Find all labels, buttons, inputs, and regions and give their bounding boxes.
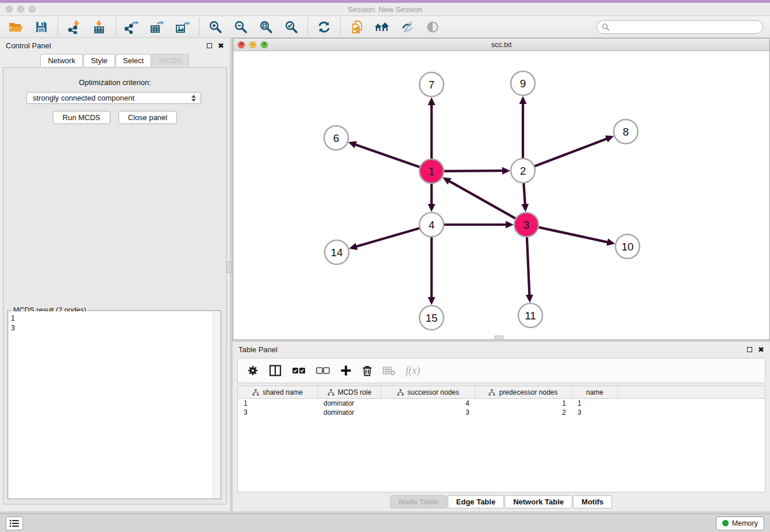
node-table-header: shared name MCDS role successor nodes pr… (238, 386, 765, 399)
result-line: 3 (11, 323, 210, 333)
refresh-layout-icon[interactable] (316, 19, 332, 35)
main-toolbar (0, 16, 770, 38)
export-table-icon[interactable] (149, 19, 165, 35)
network-graph[interactable]: 7968124314101511 (233, 51, 769, 340)
graph-node-label: 14 (330, 246, 343, 259)
column-header[interactable]: successor nodes (382, 386, 475, 398)
task-list-icon (10, 519, 19, 527)
search-field[interactable] (596, 20, 763, 34)
mcds-result-group: MCDS result (2 nodes) 1 3 (7, 310, 221, 499)
result-line: 1 (11, 314, 210, 323)
cell-predecessor-nodes[interactable]: 1 (475, 399, 572, 407)
network-view-window: ✕ − + scc.txt 7968124314101511 (233, 38, 770, 340)
network-window-titlebar[interactable]: ✕ − + scc.txt (233, 38, 769, 51)
network-canvas[interactable]: 7968124314101511 (233, 51, 769, 340)
result-scrollbar[interactable] (213, 311, 220, 498)
tab-node-table[interactable]: Node Table (390, 495, 447, 508)
export-image-icon[interactable] (175, 19, 191, 35)
column-header[interactable]: predecessor nodes (475, 386, 572, 398)
table-row[interactable]: 1 dominator 4 1 1 (238, 399, 765, 408)
zoom-out-icon[interactable] (233, 19, 249, 35)
table-row[interactable]: 3 dominator 3 2 3 (238, 408, 765, 417)
zoom-selected-icon[interactable] (283, 19, 299, 35)
cell-predecessor-nodes[interactable]: 2 (475, 408, 572, 417)
graph-edge[interactable] (539, 228, 609, 242)
graph-node-label: 8 (623, 126, 629, 138)
export-network-icon[interactable] (124, 19, 140, 35)
shared-attr-icon (252, 389, 259, 396)
mcds-result-text[interactable]: 1 3 (9, 311, 213, 498)
cell-name[interactable]: 1 (572, 399, 618, 407)
cell-shared-name[interactable]: 3 (238, 408, 318, 417)
close-panel-button[interactable]: Close panel (118, 111, 178, 124)
cell-shared-name[interactable]: 1 (238, 399, 318, 407)
cell-successor-nodes[interactable]: 4 (382, 399, 475, 407)
column-header[interactable]: shared name (238, 386, 318, 398)
graph-edge[interactable] (527, 237, 530, 296)
tab-network-table[interactable]: Network Table (505, 495, 572, 508)
control-panel-title: Control Panel (6, 41, 51, 50)
function-builder-icon[interactable]: f(x) (406, 365, 420, 377)
edge-arrowhead (605, 136, 614, 142)
tab-network[interactable]: Network (40, 54, 83, 67)
graph-node-label: 9 (520, 78, 526, 90)
import-network-icon[interactable] (66, 19, 82, 35)
shared-attr-icon (328, 389, 334, 396)
cell-successor-nodes[interactable]: 3 (382, 408, 475, 417)
float-panel-icon[interactable] (207, 43, 212, 48)
unselect-all-icon[interactable] (316, 366, 330, 375)
vertical-splitter-grip[interactable] (226, 261, 232, 273)
open-session-icon[interactable] (8, 19, 24, 35)
close-table-panel-icon[interactable]: ✖ (758, 346, 764, 353)
edge-arrowhead (521, 204, 529, 212)
save-session-icon[interactable] (33, 19, 49, 35)
tab-motifs[interactable]: Motifs (573, 495, 612, 508)
clear-cells-icon[interactable] (383, 365, 395, 376)
control-panel: Control Panel ✖ Network Style Select MCD… (0, 38, 230, 511)
zoom-fit-icon[interactable] (258, 19, 274, 35)
horizontal-splitter-grip[interactable] (494, 336, 503, 340)
first-neighbors-icon[interactable] (374, 19, 390, 35)
run-mcds-button[interactable]: Run MCDS (53, 111, 110, 124)
graph-edge[interactable] (356, 228, 419, 246)
edge-arrowhead (348, 141, 357, 148)
graph-edge[interactable] (523, 183, 525, 205)
zoom-in-icon[interactable] (207, 19, 224, 35)
edge-arrowhead (428, 97, 436, 105)
tab-mcds[interactable]: MCDS (152, 54, 188, 67)
float-table-panel-icon[interactable] (747, 347, 752, 352)
network-window-title: scc.txt (233, 41, 769, 49)
add-row-icon[interactable] (340, 365, 352, 376)
cell-mcds-role[interactable]: dominator (318, 408, 382, 417)
cell-name[interactable]: 3 (572, 408, 618, 417)
graph-node-label: 7 (429, 79, 435, 91)
column-header[interactable]: MCDS role (318, 386, 382, 398)
gear-icon[interactable] (247, 365, 259, 376)
select-all-icon[interactable] (292, 366, 306, 375)
task-history-button[interactable] (6, 516, 23, 530)
edge-arrowhead (349, 243, 357, 250)
status-bar: Memory (0, 514, 770, 532)
search-input[interactable] (610, 21, 763, 33)
show-graphics-details-icon[interactable] (425, 19, 441, 35)
optimization-criterion-select[interactable]: strongly connected component (26, 92, 201, 104)
memory-button[interactable]: Memory (716, 516, 764, 530)
columns-icon[interactable] (269, 365, 282, 376)
column-header[interactable]: name (572, 386, 618, 398)
graph-edge[interactable] (355, 144, 419, 167)
graph-node-label: 4 (429, 219, 435, 231)
tab-edge-table[interactable]: Edge Table (448, 495, 504, 508)
graph-edge[interactable] (449, 181, 515, 219)
import-table-icon[interactable] (91, 19, 107, 35)
hide-graphics-details-icon[interactable] (399, 19, 415, 35)
duplicate-network-icon[interactable] (349, 19, 365, 35)
delete-row-icon[interactable] (362, 365, 372, 376)
table-panel: Table Panel ✖ (233, 342, 770, 511)
tab-select[interactable]: Select (116, 54, 151, 67)
tab-style[interactable]: Style (83, 54, 115, 67)
node-table: shared name MCDS role successor nodes pr… (237, 385, 765, 492)
close-panel-icon[interactable]: ✖ (218, 42, 224, 49)
graph-edge[interactable] (444, 171, 503, 171)
cell-mcds-role[interactable]: dominator (318, 399, 382, 407)
graph-edge[interactable] (535, 138, 608, 166)
